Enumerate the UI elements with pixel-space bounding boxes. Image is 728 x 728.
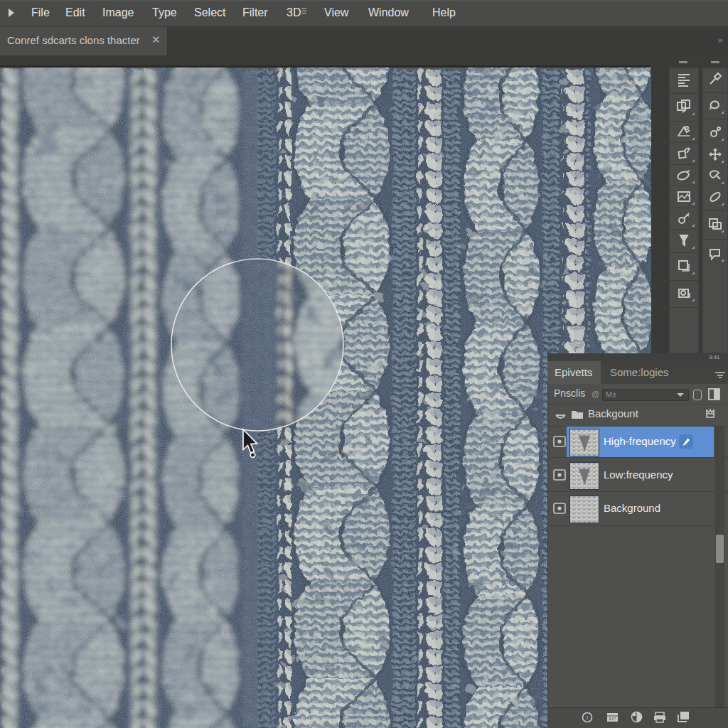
svg-text:i: i [587,714,588,721]
